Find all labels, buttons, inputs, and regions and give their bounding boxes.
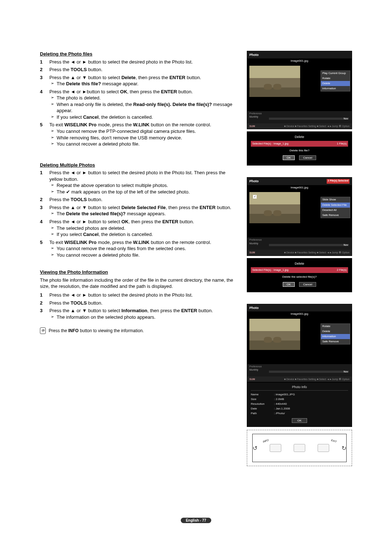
photo-info-box: Photo Info Name: image001.JPGSize: 2.0MB… xyxy=(247,382,352,427)
shot-group-2: Photo2 File(s) Selected Image001.jpg ✓ S… xyxy=(247,177,352,292)
step: 5To exit WISELINK Pro mode, press the W.… xyxy=(40,122,240,147)
ok-button[interactable]: OK xyxy=(283,282,295,287)
screenshot-multi: Photo2 File(s) Selected Image001.jpg ✓ S… xyxy=(247,177,352,256)
info-icon: 🖑 xyxy=(40,327,46,334)
photo-thumb xyxy=(249,66,300,97)
info-row: Path: /Photo/ xyxy=(251,412,348,416)
shot-group-1: Photo Image001.jpg Play Current GroupRot… xyxy=(247,51,352,166)
step: 4Press the ◄ or ►button to select OK, th… xyxy=(40,89,240,121)
page-footer: English - 77 xyxy=(0,517,392,523)
dialog-title: Delete xyxy=(251,135,348,139)
delete-dialog-2: Delete Selected File(s) : Image_1.jpg2 F… xyxy=(247,258,352,292)
remote-button xyxy=(294,444,305,452)
info-row: Date: Jan.1.2008 xyxy=(251,407,348,411)
menu-item[interactable]: Safe Remove xyxy=(321,213,350,218)
menu-item[interactable]: Deselect All xyxy=(321,208,350,213)
photo-filename: Image001.jpg xyxy=(247,185,352,191)
menu-item[interactable]: Information xyxy=(321,86,350,91)
step: 4Press the ◄ or ► button to select OK, t… xyxy=(40,219,240,238)
timeline: Preference Monthly Nov xyxy=(247,111,352,123)
info-row: Size: 2.0MB xyxy=(251,398,348,402)
step: 2Press the TOOLS button. xyxy=(40,66,240,73)
remote-diagram: INFO EXIT ↺ ↻ xyxy=(247,430,352,466)
remote-button xyxy=(270,444,281,452)
selected-badge: 2 File(s) Selected xyxy=(327,179,350,183)
step: 3Press the ▲ or ▼ button to select Infor… xyxy=(40,307,240,320)
step: 3Press the ▲ or ▼ button to select Delet… xyxy=(40,204,240,217)
ok-button[interactable]: OK xyxy=(292,418,307,423)
footer-hints: ■ Device ■ Favorites Setting ■ Select ◄►… xyxy=(284,125,350,128)
section3-intro: The photo file information including the… xyxy=(40,277,240,290)
section3-heading: Viewing the Photo Information xyxy=(40,269,240,276)
info-row: Name: image001.JPG xyxy=(251,393,348,397)
context-menu-1[interactable]: Play Current GroupRotateDeleteInformatio… xyxy=(320,70,350,92)
photo-info-title: Photo Info xyxy=(251,385,348,391)
left-column: Deleting the Photo files 1Press the ◄ or… xyxy=(40,51,240,466)
step: 1Press the ◄ or ► button to select the d… xyxy=(40,59,240,65)
menu-item[interactable]: Silde Show xyxy=(321,197,350,202)
right-column: Photo Image001.jpg Play Current GroupRot… xyxy=(247,51,352,466)
step: 2Press the TOOLS button. xyxy=(40,300,240,306)
shot-group-3: Photo Image001.jpg RotateDeleteInformati… xyxy=(247,304,352,466)
step: 1Press the ◄ or ► button to select the d… xyxy=(40,292,240,298)
step: 3Press the ▲ or ▼ button to select Delet… xyxy=(40,74,240,87)
remote-label-exit: EXIT xyxy=(331,439,337,444)
timeline-current: Nov xyxy=(344,117,348,120)
dialog-selbar-right: 1 File(s) xyxy=(337,142,347,146)
screenshot-info: Photo Image001.jpg RotateDeleteInformati… xyxy=(247,304,352,382)
delete-dialog-1: Delete Selected File(s) : Image_1.jpg1 F… xyxy=(247,131,352,166)
menu-item[interactable]: Information xyxy=(321,334,350,339)
ok-button[interactable]: OK xyxy=(283,155,295,160)
section1-heading: Deleting the Photo files xyxy=(40,51,240,57)
remote-label-info: INFO xyxy=(262,439,269,444)
menu-item[interactable]: Safe Remove xyxy=(321,339,350,344)
shot-title: Photo xyxy=(249,53,259,57)
menu-item[interactable]: Delete xyxy=(321,329,350,334)
step: 2Press the TOOLS button. xyxy=(40,196,240,203)
info-note-text: Press the INFO button to viewing the inf… xyxy=(49,328,144,334)
screenshot-delete: Photo Image001.jpg Play Current GroupRot… xyxy=(247,51,352,129)
cancel-button[interactable]: Cancel xyxy=(299,155,316,160)
section3-steps: 1Press the ◄ or ► button to select the d… xyxy=(40,292,240,320)
cancel-button[interactable]: Cancel xyxy=(299,282,316,287)
context-menu-3[interactable]: RotateDeleteInformationSafe Remove xyxy=(320,323,350,345)
menu-item[interactable]: Rotate xyxy=(321,324,350,329)
menu-item[interactable]: Play Current Group xyxy=(321,71,350,76)
section2-steps: 1Press the ◄ or ► button to select the d… xyxy=(40,170,240,258)
sum-label: SUM xyxy=(249,125,255,128)
menu-item[interactable]: Delete xyxy=(321,81,350,86)
section1-steps: 1Press the ◄ or ► button to select the d… xyxy=(40,59,240,147)
menu-item[interactable]: Delete Selected File xyxy=(321,203,350,208)
dialog-selbar-left: Selected File(s) : Image_1.jpg xyxy=(252,142,289,146)
step: 5To exit WISELINK Pro mode, press the W.… xyxy=(40,239,240,258)
menu-item[interactable]: Rotate xyxy=(321,76,350,81)
shot-title: Photo xyxy=(249,179,259,183)
step: 1Press the ◄ or ► button to select the d… xyxy=(40,170,240,195)
photo-thumb xyxy=(249,319,300,350)
check-icon: ✓ xyxy=(253,195,257,199)
section2-heading: Deleting Multiple Photos xyxy=(40,162,240,168)
remote-button xyxy=(318,444,329,452)
photo-filename: Image001.jpg xyxy=(247,58,352,64)
context-menu-2[interactable]: Silde ShowDelete Selected FileDeselect A… xyxy=(320,197,350,218)
dialog-message: Delete this file? xyxy=(251,149,348,153)
photo-thumb: ✓ xyxy=(249,192,300,223)
info-row: Resolution: 440x440 xyxy=(251,402,348,406)
info-note-row: 🖑 Press the INFO button to viewing the i… xyxy=(40,327,240,334)
